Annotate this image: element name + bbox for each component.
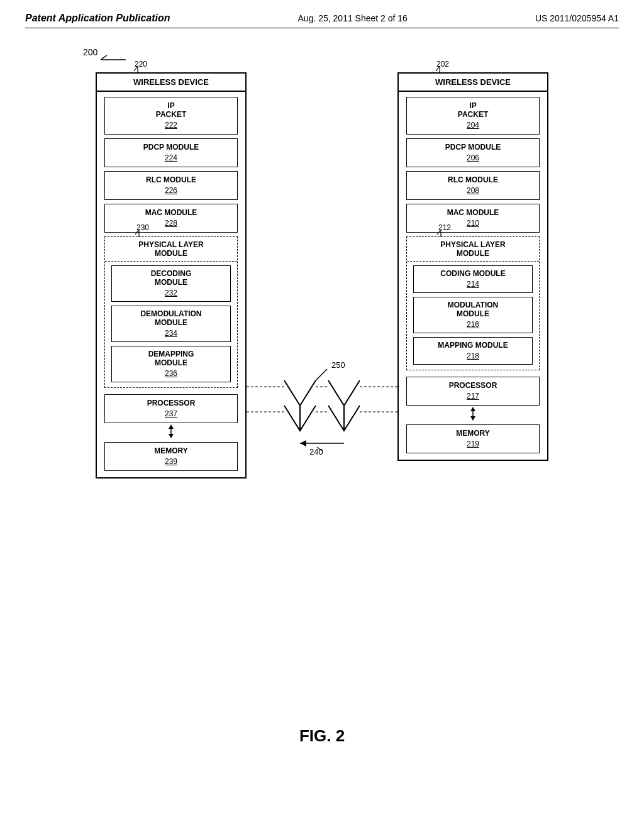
svg-marker-7 bbox=[169, 424, 174, 429]
module-demapping-label: DEMAPPINGMODULE bbox=[114, 350, 228, 367]
memory-left-label: MEMORY bbox=[108, 446, 235, 455]
processor-left: PROCESSOR 237 bbox=[104, 394, 238, 423]
module-rlc-right-ref: 208 bbox=[467, 186, 479, 195]
bidirectional-arrow-left bbox=[165, 424, 177, 438]
svg-line-3 bbox=[134, 66, 138, 71]
module-coding: CODING MODULE 214 bbox=[413, 265, 533, 293]
module-mac-right-label: MAC MODULE bbox=[409, 208, 536, 217]
module-rlc-right-label: RLC MODULE bbox=[409, 175, 536, 184]
module-demodulation: DEMODULATIONMODULE 234 bbox=[111, 306, 231, 342]
module-demodulation-ref: 234 bbox=[165, 329, 177, 338]
module-rlc-left: RLC MODULE 226 bbox=[104, 171, 238, 200]
ref-212: 212 bbox=[438, 223, 451, 232]
svg-marker-15 bbox=[470, 416, 475, 421]
module-decoding-ref: 232 bbox=[165, 289, 177, 297]
phys-right-title: PHYSICAL LAYERMODULE bbox=[407, 237, 539, 262]
page: Patent Application Publication Aug. 25, … bbox=[0, 0, 644, 830]
device-right-label: WIRELESS DEVICE bbox=[399, 74, 547, 92]
ref-240-label: 240 bbox=[309, 447, 323, 456]
diagram-area: 200 220 WIREL bbox=[25, 47, 619, 746]
processor-left-label: PROCESSOR bbox=[108, 399, 235, 407]
proc-mem-arrow-left bbox=[97, 424, 245, 441]
module-ip-right-ref: 204 bbox=[467, 121, 479, 130]
proc-mem-arrow-right bbox=[399, 407, 547, 423]
module-mac-right: MAC MODULE 210 bbox=[406, 204, 540, 233]
module-modulation: MODULATIONMODULE 216 bbox=[413, 297, 533, 333]
module-mac-left-label: MAC MODULE bbox=[108, 208, 235, 217]
ref-220: 220 bbox=[135, 60, 147, 69]
ref-230-arrow bbox=[134, 230, 153, 242]
ref-250-label: 250 bbox=[331, 360, 345, 370]
main-ref-200: 200 bbox=[83, 47, 97, 57]
module-pdcp-left-ref: 224 bbox=[165, 153, 177, 162]
device-left: 220 WIRELESS DEVICE IPPACKET 222 PDCP M bbox=[96, 72, 247, 479]
svg-marker-26 bbox=[300, 440, 306, 446]
device-right: 202 WIRELESS DEVICE IPPACKET 204 PDCP M bbox=[397, 72, 548, 461]
publication-date-sheet: Aug. 25, 2011 Sheet 2 of 16 bbox=[298, 13, 408, 23]
module-ip-left-ref: 222 bbox=[165, 121, 177, 130]
processor-right: PROCESSOR 217 bbox=[406, 377, 540, 406]
module-mapping-label: MAPPING MODULE bbox=[416, 341, 530, 350]
processor-right-label: PROCESSOR bbox=[409, 381, 536, 390]
module-pdcp-left: PDCP MODULE 224 bbox=[104, 138, 238, 167]
module-mapping: MAPPING MODULE 218 bbox=[413, 337, 533, 365]
memory-right-ref: 219 bbox=[467, 440, 479, 448]
module-ip-right: IPPACKET 204 bbox=[406, 97, 540, 135]
module-demodulation-label: DEMODULATIONMODULE bbox=[114, 309, 228, 327]
module-rlc-right: RLC MODULE 208 bbox=[406, 171, 540, 200]
publication-title: Patent Application Publication bbox=[25, 13, 170, 24]
channel-svg: 250 bbox=[247, 349, 397, 475]
module-rlc-left-ref: 226 bbox=[165, 186, 177, 195]
module-mac-left-ref: 228 bbox=[165, 219, 177, 228]
module-ip-left-label: IPPACKET bbox=[108, 101, 235, 119]
module-decoding-label: DECODINGMODULE bbox=[114, 269, 228, 287]
module-modulation-ref: 216 bbox=[467, 320, 479, 329]
module-demapping-ref: 236 bbox=[165, 369, 177, 378]
fig-label: FIG. 2 bbox=[299, 726, 345, 746]
module-demapping: DEMAPPINGMODULE 236 bbox=[111, 346, 231, 382]
module-pdcp-right-ref: 206 bbox=[467, 153, 479, 162]
phys-module-right: 212 PHYSICAL LAYERMODULE CODING MODULE 2… bbox=[406, 236, 540, 370]
module-coding-label: CODING MODULE bbox=[416, 269, 530, 278]
svg-line-10 bbox=[436, 66, 440, 71]
phys-left-title: PHYSICAL LAYERMODULE bbox=[105, 237, 237, 262]
ref-212-arrow bbox=[436, 230, 455, 242]
svg-line-1 bbox=[101, 55, 107, 60]
svg-marker-8 bbox=[169, 434, 174, 438]
module-coding-ref: 214 bbox=[467, 280, 479, 289]
device-left-label: WIRELESS DEVICE bbox=[97, 74, 245, 92]
module-mac-right-ref: 210 bbox=[467, 219, 479, 228]
module-ip-left: IPPACKET 222 bbox=[104, 97, 238, 135]
module-pdcp-right: PDCP MODULE 206 bbox=[406, 138, 540, 167]
memory-left-ref: 239 bbox=[165, 457, 177, 466]
phys-module-left: 230 PHYSICAL LAYERMODULE DECODINGMODULE … bbox=[104, 236, 238, 388]
svg-line-12 bbox=[437, 230, 441, 235]
svg-line-5 bbox=[135, 230, 139, 235]
processor-right-ref: 217 bbox=[467, 392, 479, 401]
module-mac-left: MAC MODULE 228 bbox=[104, 204, 238, 233]
svg-line-16 bbox=[316, 369, 327, 380]
ref-220-arrow bbox=[131, 66, 157, 79]
module-pdcp-left-label: PDCP MODULE bbox=[108, 143, 235, 152]
ref-202-arrow bbox=[433, 66, 458, 79]
module-pdcp-right-label: PDCP MODULE bbox=[409, 143, 536, 152]
memory-left: MEMORY 239 bbox=[104, 442, 238, 471]
memory-right: MEMORY 219 bbox=[406, 424, 540, 453]
module-mapping-ref: 218 bbox=[467, 351, 479, 360]
publication-number: US 2011/0205954 A1 bbox=[535, 13, 619, 23]
page-header: Patent Application Publication Aug. 25, … bbox=[25, 13, 619, 28]
ref-202: 202 bbox=[436, 60, 449, 69]
module-ip-right-label: IPPACKET bbox=[409, 101, 536, 119]
svg-marker-14 bbox=[470, 407, 475, 411]
bidirectional-arrow-right bbox=[467, 407, 479, 421]
module-rlc-left-label: RLC MODULE bbox=[108, 175, 235, 184]
processor-left-ref: 237 bbox=[165, 409, 177, 418]
module-decoding: DECODINGMODULE 232 bbox=[111, 265, 231, 302]
memory-right-label: MEMORY bbox=[409, 429, 536, 438]
diagram-container: 200 220 WIREL bbox=[64, 47, 580, 707]
ref-230: 230 bbox=[136, 223, 149, 232]
module-modulation-label: MODULATIONMODULE bbox=[416, 301, 530, 318]
